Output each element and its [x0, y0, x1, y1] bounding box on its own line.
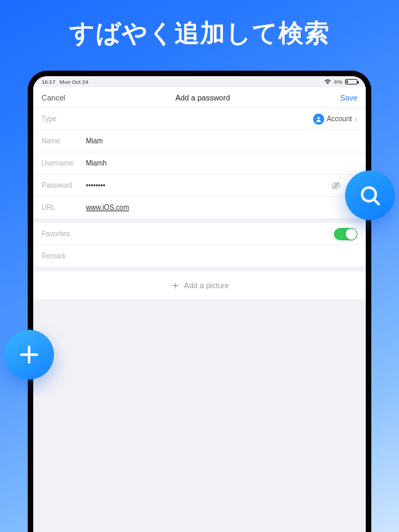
battery-percent: 6%: [334, 79, 342, 85]
plus-icon: [17, 343, 41, 366]
row-password[interactable]: Password ••••••••: [33, 175, 366, 197]
headline: すばやく追加して検索: [0, 17, 399, 51]
favorites-toggle[interactable]: [334, 228, 357, 240]
svg-point-0: [317, 116, 319, 118]
tablet-frame: 16:17 Mon Oct 24 6% Cancel Add a passwor…: [28, 71, 371, 532]
svg-line-4: [374, 200, 379, 204]
label-type: Type: [42, 115, 86, 123]
row-name[interactable]: Name Miam: [33, 130, 366, 152]
nav-bar: Cancel Add a password Save: [33, 87, 366, 108]
add-picture-label: Add a picture: [184, 281, 229, 290]
form: Type Account › Name Miam Username M: [33, 108, 366, 219]
search-icon: [358, 184, 382, 207]
row-url[interactable]: URL www.iOS.com: [33, 197, 366, 219]
label-url: URL: [42, 204, 86, 211]
add-badge: [4, 330, 54, 380]
name-field[interactable]: Miam: [86, 137, 357, 145]
chevron-right-icon: ›: [355, 114, 357, 124]
account-icon: [313, 114, 324, 125]
row-remark[interactable]: Remark: [33, 245, 366, 267]
label-username: Username: [42, 159, 86, 167]
label-remark: Remark: [42, 252, 86, 260]
status-date: Mon Oct 24: [60, 79, 88, 85]
row-favorites: Favorites: [33, 223, 366, 245]
save-button[interactable]: Save: [340, 94, 357, 102]
promo-background: すばやく追加して検索 16:17 Mon Oct 24 6% Can: [0, 0, 399, 532]
row-type[interactable]: Type Account ›: [33, 108, 366, 130]
value-type: Account: [327, 115, 352, 123]
label-name: Name: [42, 137, 86, 145]
add-picture-button[interactable]: ＋ Add a picture: [33, 272, 366, 299]
eye-off-icon[interactable]: [331, 181, 341, 190]
username-field[interactable]: Miamh: [86, 159, 357, 167]
search-badge: [345, 170, 395, 220]
label-favorites: Favorites: [42, 230, 86, 238]
tablet-screen: 16:17 Mon Oct 24 6% Cancel Add a passwor…: [33, 76, 366, 532]
wifi-icon: [324, 79, 331, 85]
status-bar: 16:17 Mon Oct 24 6%: [33, 76, 366, 87]
label-password: Password: [42, 181, 86, 189]
password-field[interactable]: ••••••••: [86, 181, 331, 189]
url-field[interactable]: www.iOS.com: [86, 204, 357, 211]
status-time: 16:17: [42, 79, 55, 85]
battery-icon: [345, 79, 357, 85]
row-username[interactable]: Username Miamh: [33, 152, 366, 175]
plus-icon: ＋: [170, 281, 180, 290]
cancel-button[interactable]: Cancel: [42, 94, 65, 102]
page-title: Add a password: [175, 94, 230, 102]
